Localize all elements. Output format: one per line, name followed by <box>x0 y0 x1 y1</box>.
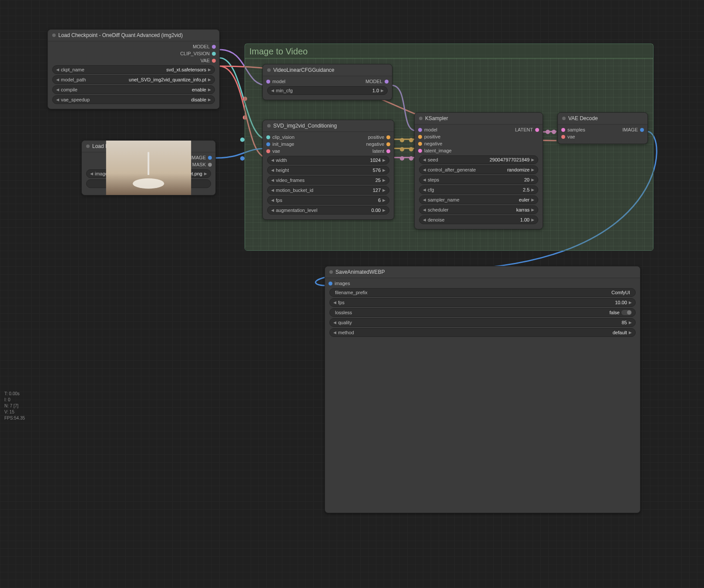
output-label: positive <box>368 134 384 140</box>
port-model[interactable] <box>418 128 422 132</box>
widget-vae-speedup[interactable]: ◀vae_speedupdisable▶ <box>52 95 215 104</box>
port-clip[interactable] <box>266 135 270 139</box>
collapse-dot-icon[interactable] <box>419 117 422 120</box>
reroute-dot <box>240 138 245 142</box>
node-title-text: SaveAnimatedWEBP <box>335 269 385 275</box>
collapse-dot-icon[interactable] <box>86 144 90 148</box>
port-latent-out[interactable] <box>535 128 539 132</box>
port-mask[interactable] <box>208 163 212 167</box>
node-title-text: SVD_img2vid_Conditioning <box>273 123 337 129</box>
input-label-model: model <box>272 79 285 84</box>
widget-seed[interactable]: ◀seed290047977021849▶ <box>419 155 538 164</box>
widget-video-frames[interactable]: ◀video_frames25▶ <box>267 176 389 185</box>
port-latent-image[interactable] <box>418 149 422 153</box>
port-clip[interactable] <box>212 52 216 56</box>
widget-image-select[interactable]: ◀imagerocket.png▶ <box>86 169 211 178</box>
chevron-right-icon: ▶ <box>208 67 211 72</box>
node-title-text: VAE Decode <box>568 115 598 121</box>
widget-fps[interactable]: ◀fps6▶ <box>267 196 389 205</box>
chevron-left-icon: ◀ <box>56 67 59 72</box>
port-negative[interactable] <box>386 142 390 146</box>
widget-min-cfg[interactable]: ◀min_cfg1.0▶ <box>267 86 388 95</box>
port-vae[interactable] <box>266 149 270 153</box>
upload-button[interactable]: choose file to upload <box>86 179 211 188</box>
widget-quality[interactable]: ◀quality85▶ <box>329 318 636 327</box>
port-model-out[interactable] <box>385 80 389 84</box>
port-latent[interactable] <box>386 149 390 153</box>
toggle-icon <box>621 310 632 315</box>
output-label: latent <box>372 148 384 154</box>
widget-control-after-generate[interactable]: ◀control_after_generaterandomize▶ <box>419 165 538 174</box>
reroute-dot <box>240 156 245 161</box>
port-samples[interactable] <box>561 128 565 132</box>
node-load-image[interactable]: Load Image IMAGE MASK ◀imagerocket.png▶ … <box>81 140 216 195</box>
output-label-model: MODEL <box>365 79 382 84</box>
port-init-image[interactable] <box>266 142 270 146</box>
output-label-image: IMAGE <box>191 155 206 160</box>
widget-filename-prefix[interactable]: filename_prefixComfyUI <box>329 288 636 297</box>
input-label: vae <box>272 148 280 154</box>
collapse-dot-icon[interactable] <box>52 34 56 37</box>
collapse-dot-icon[interactable] <box>267 124 271 128</box>
render-stats: T: 0.00s I: 0 N: 7 [7] V: 15 FPS:54.35 <box>4 391 25 421</box>
port-vae[interactable] <box>561 135 565 139</box>
node-vae-decode[interactable]: VAE Decode samplesIMAGE vae <box>557 112 648 144</box>
widget-motion-bucket[interactable]: ◀motion_bucket_id127▶ <box>267 186 389 195</box>
port-model[interactable] <box>212 45 216 49</box>
port-image[interactable] <box>208 156 212 160</box>
group-title: Image to Video <box>245 44 653 59</box>
widget-cfg[interactable]: ◀cfg2.5▶ <box>419 185 538 194</box>
output-label-vae: VAE <box>201 58 210 63</box>
node-title-text: KSampler <box>425 115 448 121</box>
widget-lossless[interactable]: losslessfalse <box>329 308 636 317</box>
output-label-model: MODEL <box>193 44 210 49</box>
port-positive[interactable] <box>418 135 422 139</box>
port-positive[interactable] <box>386 135 390 139</box>
widget-model-path[interactable]: ◀model_pathunet_SVD_img2vid_quantize_inf… <box>52 75 215 84</box>
node-save-animated-webp[interactable]: SaveAnimatedWEBP images filename_prefixC… <box>325 266 640 513</box>
node-title-text: VideoLinearCFGGuidance <box>273 67 335 73</box>
port-images[interactable] <box>329 282 332 286</box>
widget-ckpt-name[interactable]: ◀ckpt_namesvd_xt.safetensors▶ <box>52 65 215 74</box>
node-title-text: Load Image <box>92 143 120 149</box>
node-load-checkpoint[interactable]: Load Checkpoint - OneDiff Quant Advanced… <box>47 29 220 109</box>
widget-scheduler[interactable]: ◀schedulerkarras▶ <box>419 205 538 214</box>
widget-height[interactable]: ◀height576▶ <box>267 166 389 175</box>
widget-compile[interactable]: ◀compileenable▶ <box>52 85 215 94</box>
port-image-out[interactable] <box>640 128 644 132</box>
widget-width[interactable]: ◀width1024▶ <box>267 156 389 165</box>
widget-steps[interactable]: ◀steps20▶ <box>419 175 538 184</box>
node-video-linear-cfg[interactable]: VideoLinearCFGGuidance modelMODEL ◀min_c… <box>262 64 392 100</box>
node-title-text: Load Checkpoint - OneDiff Quant Advanced… <box>58 32 183 38</box>
collapse-dot-icon[interactable] <box>562 117 566 120</box>
output-label: negative <box>366 141 384 147</box>
widget-denoise[interactable]: ◀denoise1.00▶ <box>419 215 538 224</box>
node-ksampler[interactable]: KSampler modelLATENT positive negative l… <box>414 112 543 229</box>
widget-fps[interactable]: ◀fps10.00▶ <box>329 298 636 307</box>
output-label: LATENT <box>515 127 533 132</box>
port-model-in[interactable] <box>266 80 270 84</box>
output-label-mask: MASK <box>192 162 206 167</box>
output-label-clip: CLIP_VISION <box>180 51 210 56</box>
widget-sampler-name[interactable]: ◀sampler_nameeuler▶ <box>419 195 538 204</box>
port-vae[interactable] <box>212 59 216 63</box>
node-svd-conditioning[interactable]: SVD_img2vid_Conditioning clip_visionposi… <box>262 120 394 220</box>
input-label: clip_vision <box>272 134 295 140</box>
port-negative[interactable] <box>418 142 422 146</box>
output-label: IMAGE <box>623 127 638 132</box>
widget-augmentation[interactable]: ◀augmentation_level0.00▶ <box>267 206 389 215</box>
collapse-dot-icon[interactable] <box>267 68 271 72</box>
collapse-dot-icon[interactable] <box>329 270 333 274</box>
widget-method[interactable]: ◀methoddefault▶ <box>329 328 636 337</box>
input-label: init_image <box>272 141 294 147</box>
